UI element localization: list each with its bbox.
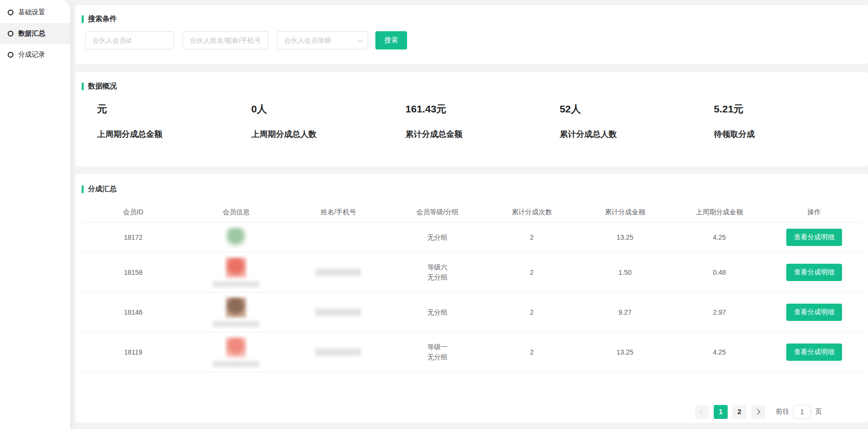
sidebar-item-data-summary[interactable]: 数据汇总 (0, 23, 70, 44)
partner-name-input[interactable] (183, 31, 268, 49)
view-split-detail-button[interactable]: 查看分成明细 (786, 304, 842, 321)
next-page-button[interactable] (751, 405, 765, 419)
member-level: 等级一 (391, 342, 484, 352)
summary-section-title: 分成汇总 (82, 184, 868, 194)
split-count-cell: 2 (486, 343, 578, 361)
page-unit-label: 页 (815, 407, 822, 416)
total-amount-cell: 1.50 (578, 264, 672, 281)
sidebar-item-label: 分成记录 (18, 50, 45, 59)
col-member-id: 会员ID (82, 205, 185, 220)
title-accent-bar (82, 15, 84, 23)
partner-member-id-input[interactable] (85, 31, 174, 49)
view-split-detail-button[interactable]: 查看分成明细 (786, 343, 842, 361)
level-group-cell: 等级一 无分组 (389, 337, 485, 367)
redacted-nickname (213, 281, 259, 287)
main-content: 搜索条件 搜索 数据概况 元 上周期分成总金额 0人 上周期分成总人数 (75, 0, 868, 429)
circle-icon (8, 52, 13, 58)
search-section: 搜索条件 搜索 (75, 5, 868, 64)
table-row: 18158 等级六 无分组 2 1.50 0.48 查看分成明细 (82, 253, 862, 293)
goto-page-input[interactable] (793, 405, 811, 419)
member-info-cell (185, 253, 287, 292)
sidebar-item-label: 数据汇总 (18, 29, 45, 38)
member-id-cell: 18172 (82, 229, 185, 246)
stat-value: 52人 (559, 102, 714, 116)
action-cell: 查看分成明细 (767, 339, 862, 366)
sidebar-item-split-records[interactable]: 分成记录 (0, 44, 70, 65)
avatar (226, 297, 246, 318)
member-group: 无分组 (391, 233, 484, 243)
stat-value: 元 (97, 102, 251, 116)
stat-label: 累计分成总金额 (406, 129, 560, 140)
level-group-cell: 等级六 无分组 (389, 257, 485, 287)
member-group: 无分组 (391, 352, 484, 362)
table-row: 18146 无分组 2 9.27 2.97 查看分成明细 (82, 293, 862, 332)
view-split-detail-button[interactable]: 查看分成明细 (786, 264, 842, 281)
total-amount-cell: 13.25 (578, 229, 672, 246)
stat-total-amount: 161.43元 累计分成总金额 (406, 102, 560, 140)
avatar (226, 337, 246, 357)
total-amount-cell: 13.25 (578, 343, 672, 361)
stat-total-people: 52人 累计分成总人数 (559, 102, 714, 140)
summary-table: 会员ID 会员信息 姓名/手机号 会员等级/分组 累计分成次数 累计分成金额 上… (82, 202, 868, 421)
member-info-cell (185, 222, 287, 252)
action-cell: 查看分成明细 (767, 259, 862, 286)
level-group-cell: 无分组 (389, 303, 485, 322)
stats-row: 元 上周期分成总金额 0人 上周期分成总人数 161.43元 累计分成总金额 5… (82, 102, 868, 140)
search-form: 搜索 (85, 31, 868, 49)
sidebar: 基础设置 数据汇总 分成记录 (0, 0, 70, 429)
summary-section: 分成汇总 会员ID 会员信息 姓名/手机号 会员等级/分组 累计分成次数 累计分… (75, 174, 868, 423)
table-header-row: 会员ID 会员信息 姓名/手机号 会员等级/分组 累计分成次数 累计分成金额 上… (82, 202, 862, 222)
member-group: 无分组 (391, 272, 484, 282)
page-2-button[interactable]: 2 (732, 405, 746, 419)
circle-icon (8, 10, 13, 15)
redacted-phone (315, 308, 361, 316)
table-row: 18172 无分组 2 13.25 4.25 查看分成明细 (82, 222, 862, 253)
redacted-nickname (213, 321, 259, 327)
member-info-cell (185, 293, 287, 332)
split-count-cell: 2 (486, 264, 578, 281)
stat-pending-amount: 5.21元 待领取分成 (714, 102, 868, 140)
partner-level-select-value[interactable] (277, 31, 368, 49)
name-phone-cell (287, 264, 389, 281)
goto-label: 前往 (776, 407, 789, 416)
stat-last-period-amount: 元 上周期分成总金额 (97, 102, 251, 140)
stat-label: 累计分成总人数 (559, 129, 714, 140)
redacted-phone (315, 269, 361, 276)
stat-label: 待领取分成 (714, 129, 868, 140)
col-total-amount: 累计分成金额 (578, 205, 672, 220)
level-group-cell: 无分组 (389, 228, 485, 247)
name-phone-cell (287, 304, 389, 321)
view-split-detail-button[interactable]: 查看分成明细 (786, 229, 842, 246)
pagination: 1 2 前往 页 (75, 401, 868, 423)
title-accent-bar (82, 185, 84, 193)
sidebar-item-basic-settings[interactable]: 基础设置 (0, 2, 70, 23)
partner-level-select[interactable] (277, 31, 368, 49)
name-phone-cell (287, 343, 389, 361)
stat-label: 上周期分成总人数 (251, 129, 406, 140)
member-id-cell: 18146 (82, 304, 185, 321)
stat-label: 上周期分成总金额 (97, 129, 251, 140)
member-id-cell: 18119 (82, 343, 185, 361)
stat-value: 161.43元 (406, 102, 560, 116)
name-phone-cell (287, 233, 389, 242)
redacted-nickname (213, 361, 259, 367)
total-amount-cell: 9.27 (578, 304, 672, 321)
table-row: 18119 等级一 无分组 2 13.25 4.25 查看分成明细 (82, 332, 862, 372)
title-accent-bar (82, 83, 84, 90)
split-count-cell: 2 (486, 229, 578, 246)
goto-page: 前往 页 (776, 405, 822, 419)
page-1-button[interactable]: 1 (714, 405, 728, 419)
last-amount-cell: 4.25 (672, 229, 767, 246)
circle-icon (8, 31, 13, 37)
stat-last-period-people: 0人 上周期分成总人数 (251, 102, 406, 140)
col-member-info: 会员信息 (185, 205, 287, 220)
redacted-phone (315, 348, 361, 356)
member-id-cell: 18158 (82, 264, 185, 281)
summary-title-text: 分成汇总 (88, 184, 117, 194)
overview-section: 数据概况 元 上周期分成总金额 0人 上周期分成总人数 161.43元 累计分成… (75, 72, 868, 167)
avatar (226, 257, 246, 278)
search-button[interactable]: 搜索 (375, 31, 407, 49)
col-actions: 操作 (767, 205, 862, 220)
prev-page-button[interactable] (695, 405, 709, 419)
avatar (226, 227, 246, 247)
